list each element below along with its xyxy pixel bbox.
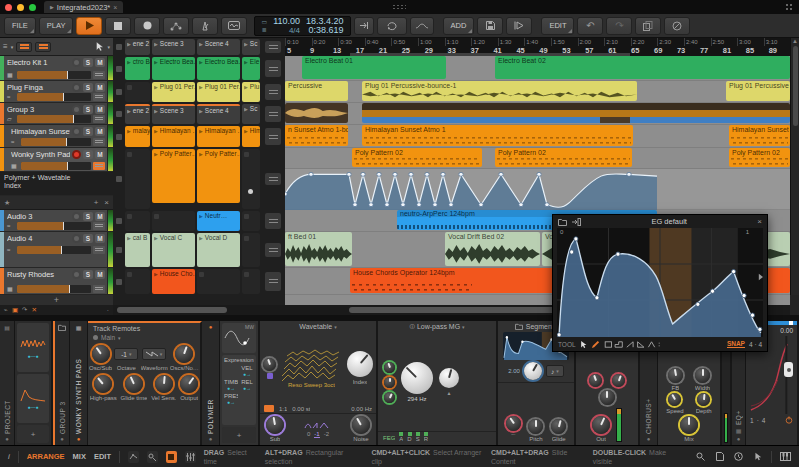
- file-menu-button[interactable]: FILE: [4, 17, 36, 35]
- browser-item-wavetable[interactable]: ●—●: [17, 323, 49, 372]
- browser-item-envelope[interactable]: ●—●: [17, 374, 49, 423]
- track-row-electro-kit-1[interactable]: Electro Kit 1SM ▦: [0, 56, 113, 81]
- save-preset-icon[interactable]: [571, 218, 581, 226]
- empty-clip-slot[interactable]: [125, 211, 150, 231]
- feg-sustain-knob[interactable]: S: [416, 434, 420, 442]
- volume-fader[interactable]: [21, 162, 91, 170]
- clip-slot[interactable]: Himalayan …: [152, 126, 195, 147]
- vibrato-rate-knob[interactable]: [589, 374, 602, 387]
- arm-button[interactable]: [72, 105, 81, 114]
- snap-toggle[interactable]: SNAP: [727, 340, 745, 348]
- clip-slot[interactable]: Poly Patter…: [197, 149, 240, 203]
- track-name[interactable]: Audio 4: [7, 234, 70, 243]
- chorus-width-knob[interactable]: Width: [695, 368, 710, 391]
- favorite-icon[interactable]: ★: [4, 199, 10, 207]
- wavetable-index-knob[interactable]: Index: [347, 351, 373, 385]
- popup-title-bar[interactable]: EG default ×: [553, 215, 767, 228]
- vibrato-depth-knob[interactable]: [612, 374, 625, 387]
- solo-button[interactable]: S: [83, 212, 93, 221]
- pitch-knob[interactable]: Pitch: [528, 419, 543, 442]
- touch-pointer-icon[interactable]: [752, 451, 763, 463]
- track-name[interactable]: Electro Kit 1: [7, 58, 70, 67]
- pointer-tool-icon[interactable]: [580, 340, 587, 349]
- arranger-vertical-scrollbar[interactable]: ▲: [790, 38, 799, 295]
- minimize-window-button[interactable]: [17, 4, 24, 11]
- arranger-row-poly[interactable]: Poly Pattern 02 Poly Pattern 02 Poly Pat…: [285, 148, 790, 169]
- filter-drive-knob[interactable]: [384, 362, 395, 373]
- hz-value[interactable]: 0.00 Hz: [351, 406, 372, 412]
- track-name[interactable]: Plug Finga: [7, 83, 70, 92]
- remote-osc-sub[interactable]: Osc/Sub: [89, 345, 112, 371]
- group3-device-tab[interactable]: GROUP 3 ●: [53, 321, 70, 445]
- clip-slot[interactable]: Himalayan …: [197, 126, 240, 147]
- arranger-clip[interactable]: ft Bed 01: [285, 232, 352, 266]
- envelope-curve[interactable]: [557, 228, 763, 337]
- arm-button-armed[interactable]: [72, 150, 81, 159]
- routing-button[interactable]: [93, 138, 105, 146]
- remove-remote-icon[interactable]: ×: [104, 198, 109, 207]
- keytrack-icon[interactable]: [264, 405, 274, 412]
- wonky-device-tab[interactable]: ▦ WONKY SYNTH PADS ●: [70, 321, 88, 445]
- spread-knob[interactable]: [600, 390, 615, 405]
- clip-stop-button[interactable]: [261, 103, 285, 125]
- track-name[interactable]: Group 3: [7, 105, 70, 114]
- close-tab-icon[interactable]: ×: [113, 4, 117, 11]
- mute-button[interactable]: M: [95, 105, 105, 114]
- empty-clip-slot[interactable]: [152, 211, 195, 231]
- clip-stop-button[interactable]: [261, 125, 285, 148]
- volume-fader[interactable]: [17, 93, 91, 101]
- empty-clip-slot[interactable]: [197, 269, 240, 294]
- noise-knob[interactable]: Noise: [352, 416, 370, 442]
- arranger-row-electro[interactable]: Electro Beat 01 Electro Beat 02: [285, 56, 790, 81]
- volume-fader[interactable]: [21, 138, 91, 146]
- popup-close-icon[interactable]: ×: [757, 217, 762, 226]
- solo-button[interactable]: S: [83, 127, 93, 136]
- solo-button[interactable]: S: [83, 234, 93, 243]
- empty-clip-slot[interactable]: [125, 82, 150, 102]
- preset-folder-icon[interactable]: [558, 218, 567, 226]
- feg-decay-knob[interactable]: D: [407, 434, 411, 442]
- footer-more-icon[interactable]: ·: [107, 307, 109, 314]
- volume-fader[interactable]: [17, 222, 91, 230]
- clip-slot[interactable]: Poly Patter…: [152, 149, 195, 203]
- arranger-clip[interactable]: Electro Beat 02: [495, 56, 790, 79]
- arranger-clip[interactable]: Himalayan Sunset At…: [729, 125, 790, 146]
- search-icon[interactable]: [695, 451, 706, 463]
- add-track-row-button[interactable]: +: [0, 295, 113, 305]
- mute-button[interactable]: M: [95, 212, 105, 221]
- track-stop-checkbox[interactable]: [113, 232, 124, 268]
- automation-write-icon[interactable]: [163, 17, 189, 35]
- envelope-editor-canvas[interactable]: 0 1: [557, 228, 763, 337]
- pointer-tool-icon[interactable]: [95, 41, 104, 52]
- clip-slot[interactable]: Plu: [242, 82, 260, 102]
- mod-wheel-cell[interactable]: MW: [222, 323, 256, 353]
- track-row-rusty-rhodes[interactable]: Rusty RhodesSM ▦: [0, 268, 113, 295]
- metronome-icon[interactable]: [192, 17, 218, 35]
- eg-default-popup[interactable]: EG default × 0 1 TOOL: [552, 214, 768, 352]
- arm-button[interactable]: [72, 58, 81, 67]
- mixer-toggle-icon[interactable]: [185, 451, 196, 463]
- routing-button[interactable]: [93, 222, 105, 230]
- chorus-depth-knob[interactable]: Depth: [696, 393, 712, 414]
- group-stop-checkbox[interactable]: [113, 103, 124, 125]
- routing-view-icon[interactable]: ⌁: [4, 306, 8, 314]
- clip-stop-button[interactable]: [261, 268, 285, 295]
- segments-rate-knob[interactable]: [524, 362, 542, 380]
- clip-slot[interactable]: Ele: [242, 57, 260, 80]
- arranger-row-automation[interactable]: [285, 169, 790, 210]
- scroll-up-icon[interactable]: ▲: [791, 38, 799, 44]
- group-scene-button[interactable]: Sc: [242, 104, 260, 124]
- routing-button[interactable]: [93, 246, 105, 254]
- layout-toggle-2-icon[interactable]: [35, 42, 51, 52]
- track-stop-checkbox[interactable]: [113, 56, 124, 81]
- power-icon[interactable]: [785, 416, 793, 424]
- wavetable-preset-name[interactable]: Reso Sweep 3oct: [288, 382, 335, 388]
- tempo-display[interactable]: 110.00: [273, 17, 300, 26]
- mute-button[interactable]: M: [95, 150, 105, 159]
- mute-button[interactable]: M: [95, 234, 105, 243]
- duplicate-button[interactable]: [635, 17, 661, 35]
- piano-keyboard-icon[interactable]: [780, 451, 791, 463]
- solo-button[interactable]: S: [83, 270, 93, 279]
- grid-division[interactable]: 4 · 4: [749, 341, 762, 348]
- fill-icon[interactable]: [410, 17, 434, 35]
